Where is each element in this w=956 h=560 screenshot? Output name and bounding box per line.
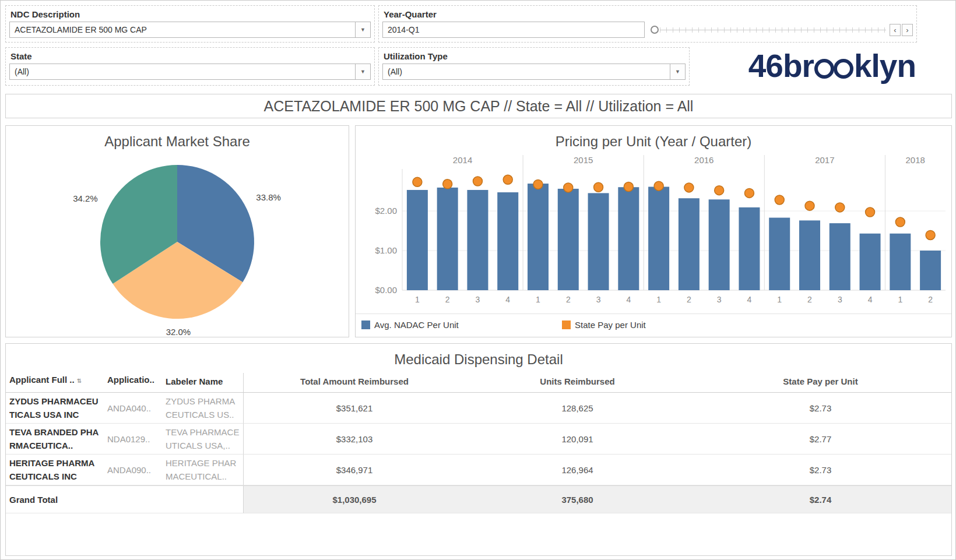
y-tick-label: $2.00	[375, 206, 397, 216]
point-mark[interactable]	[533, 179, 543, 189]
table-row-cell: $2.73	[690, 393, 951, 424]
bar-mark[interactable]	[739, 207, 760, 290]
year-label: 2015	[574, 155, 593, 165]
point-mark[interactable]	[926, 230, 935, 240]
point-mark[interactable]	[684, 183, 694, 192]
table-row-cell: 126,964	[465, 455, 690, 485]
table-row-cell: ANDA040..	[104, 393, 162, 424]
legend-item-statepay[interactable]: State Pay per Unit	[562, 320, 646, 330]
quarter-label: 2	[445, 295, 450, 304]
chevron-down-icon[interactable]: ▼	[355, 22, 370, 37]
state-dropdown[interactable]: (All) ▼	[9, 64, 371, 80]
year-label: 2018	[906, 155, 925, 165]
quarter-label: 1	[536, 295, 540, 304]
table-row-cell: $2.73	[690, 455, 951, 485]
chevron-down-icon[interactable]: ▼	[355, 64, 370, 79]
point-mark[interactable]	[805, 201, 814, 210]
ndc-filter-zone: NDC Description ACETAZOLAMIDE ER 500 MG …	[5, 5, 375, 43]
bar-mark[interactable]	[648, 187, 669, 290]
y-tick-label: $0.00	[375, 285, 397, 295]
point-mark[interactable]	[866, 207, 875, 217]
ndc-dropdown-value: ACETAZOLAMIDE ER 500 MG CAP	[10, 25, 355, 34]
col-header-labeler[interactable]: Labeler Name	[162, 373, 244, 393]
bar-mark[interactable]	[830, 223, 850, 290]
quarter-label: 2	[807, 295, 812, 304]
ndc-dropdown[interactable]: ACETAZOLAMIDE ER 500 MG CAP ▼	[9, 22, 371, 38]
point-mark[interactable]	[744, 188, 754, 198]
state-filter-label: State	[10, 51, 370, 61]
slider-next-button[interactable]: ›	[902, 24, 913, 36]
pricing-title: Pricing per Unit (Year / Quarter)	[356, 126, 951, 152]
bar-mark[interactable]	[407, 190, 428, 290]
table-row-cell: $332,103	[244, 424, 465, 455]
bar-mark[interactable]	[467, 190, 488, 290]
table-row-cell[interactable]: TEVA BRANDED PHARMACEUTICA..	[6, 424, 104, 455]
table-row-cell: 128,625	[465, 393, 690, 424]
table-row-cell: HERITAGE PHARMACEUTICAL..	[162, 455, 244, 485]
legend-label-statepay: State Pay per Unit	[575, 320, 646, 330]
col-header-application[interactable]: Applicatio..	[104, 373, 162, 393]
bar-mark[interactable]	[679, 198, 700, 290]
grand-total-units: 375,680	[465, 485, 690, 513]
point-mark[interactable]	[564, 183, 573, 192]
point-mark[interactable]	[654, 181, 663, 191]
bar-mark[interactable]	[769, 218, 790, 290]
utilization-dropdown[interactable]: (All) ▼	[382, 64, 686, 80]
pie-label: 33.8%	[256, 192, 281, 202]
point-mark[interactable]	[835, 203, 845, 212]
bar-mark[interactable]	[799, 220, 820, 290]
bar-mark[interactable]	[437, 188, 458, 290]
point-mark[interactable]	[503, 175, 512, 184]
year-label: 2016	[694, 155, 714, 165]
point-mark[interactable]	[473, 177, 482, 186]
summary-title: ACETAZOLAMIDE ER 500 MG CAP // State = A…	[5, 94, 952, 118]
col-header-statepay[interactable]: State Pay per Unit	[690, 373, 951, 393]
point-mark[interactable]	[594, 182, 603, 192]
table-row-cell: $346,971	[244, 455, 465, 485]
table-row-cell: ANDA090..	[104, 455, 162, 485]
logo-text-pre: 46br	[748, 47, 814, 84]
quarter-label: 2	[687, 295, 691, 304]
quarter-label: 2	[566, 295, 571, 304]
bar-mark[interactable]	[618, 187, 639, 290]
point-mark[interactable]	[413, 177, 422, 186]
point-mark[interactable]	[443, 179, 452, 189]
col-header-applicant[interactable]: Applicant Full ..⇅	[6, 373, 104, 393]
point-mark[interactable]	[624, 182, 633, 192]
legend: Avg. NADAC Per Unit State Pay per Unit	[356, 314, 951, 337]
quarter-label: 4	[868, 295, 873, 304]
table-row-cell: 120,091	[465, 424, 690, 455]
bar-mark[interactable]	[497, 192, 518, 290]
bar-mark[interactable]	[890, 234, 911, 290]
bar-mark[interactable]	[709, 199, 730, 290]
col-header-total[interactable]: Total Amount Reimbursed	[244, 373, 465, 393]
bar-mark[interactable]	[558, 189, 579, 290]
state-dropdown-value: (All)	[10, 67, 355, 76]
grand-total-statepay: $2.74	[690, 485, 951, 513]
point-mark[interactable]	[895, 217, 905, 227]
bar-mark[interactable]	[588, 193, 609, 290]
slider-track[interactable]	[660, 27, 886, 33]
slider-prev-button[interactable]: ‹	[890, 24, 901, 36]
sort-icon[interactable]: ⇅	[77, 378, 82, 384]
year-label: 2014	[453, 155, 472, 165]
slider-handle[interactable]	[651, 26, 659, 34]
legend-item-nadac[interactable]: Avg. NADAC Per Unit	[361, 320, 459, 330]
point-mark[interactable]	[715, 186, 724, 195]
col-header-units[interactable]: Units Reimbursed	[465, 373, 690, 393]
quarter-label: 4	[505, 295, 510, 304]
bar-mark[interactable]	[860, 234, 881, 290]
quarter-label: 3	[717, 295, 722, 304]
table-row-cell[interactable]: ZYDUS PHARMACEUTICALS USA INC	[6, 393, 104, 424]
pie-chart-svg: 33.8%32.0%34.2%	[6, 152, 349, 336]
state-filter-zone: State (All) ▼	[5, 47, 375, 86]
bar-mark[interactable]	[528, 184, 549, 290]
table-row-cell[interactable]: HERITAGE PHARMACEUTICALS INC	[6, 455, 104, 485]
quarter-label: 1	[415, 295, 420, 304]
year-quarter-slider[interactable]: ‹ ›	[651, 22, 913, 38]
bar-mark[interactable]	[920, 251, 941, 290]
chevron-down-icon[interactable]: ▼	[670, 64, 685, 79]
year-quarter-input[interactable]	[383, 22, 644, 37]
point-mark[interactable]	[775, 195, 784, 205]
quarter-label: 2	[928, 295, 933, 304]
